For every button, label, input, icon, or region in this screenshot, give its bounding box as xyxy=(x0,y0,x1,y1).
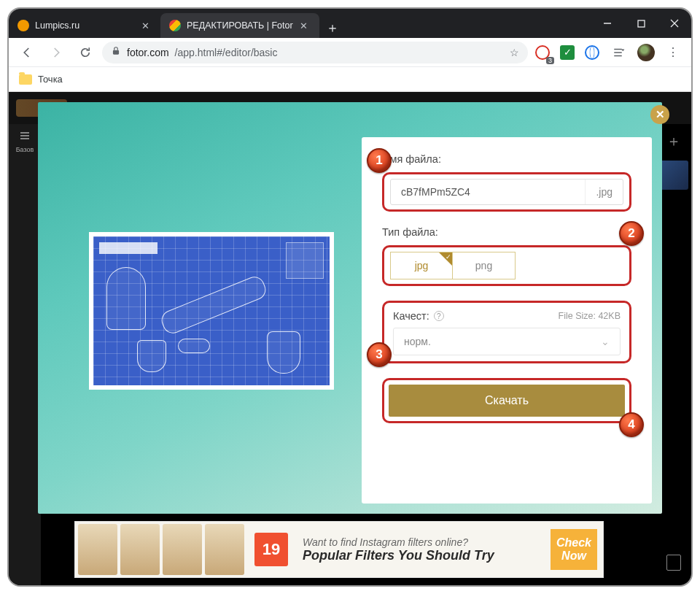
filename-input[interactable] xyxy=(391,180,585,204)
extension-adblock[interactable]: 3 xyxy=(532,42,553,63)
filename-ext: .jpg xyxy=(585,180,623,204)
menu-button[interactable]: ⋮ xyxy=(661,40,685,65)
callout-4: 4 xyxy=(619,412,644,437)
tab-label: РЕДАКТИРОВАТЬ | Fotor xyxy=(187,20,293,31)
sidebar-label: Базов xyxy=(16,146,34,153)
thumbnail[interactable] xyxy=(659,161,688,190)
extension-check[interactable]: ✓ xyxy=(557,42,578,63)
add-image-button[interactable]: ＋ xyxy=(666,133,682,149)
ad-thumb xyxy=(163,524,202,575)
ad-line2: Popular Filters You Should Try xyxy=(303,548,543,563)
window-controls xyxy=(591,9,691,38)
bookmark-item[interactable]: Точка xyxy=(38,74,63,85)
filesize-text: File Size: 42KB xyxy=(559,311,621,321)
quality-value: норм. xyxy=(404,336,431,347)
favicon-icon xyxy=(18,20,29,31)
callout-3: 3 xyxy=(367,342,392,367)
tab-fotor[interactable]: РЕДАКТИРОВАТЬ | Fotor ✕ xyxy=(160,13,319,38)
minimize-button[interactable] xyxy=(591,9,624,38)
ad-banner[interactable]: 19 Want to find Instagram filters online… xyxy=(74,521,604,578)
quality-group: Качест: ? File Size: 42KB норм. ⌄ 3 xyxy=(382,301,631,363)
export-preview xyxy=(89,232,334,390)
ad-line1: Want to find Instagram filters online? xyxy=(303,536,543,548)
quality-label: Качест: xyxy=(393,310,429,322)
profile-avatar[interactable] xyxy=(636,42,656,63)
filetype-group: jpg png 2 xyxy=(382,245,631,286)
reading-list-icon[interactable] xyxy=(607,40,631,65)
forward-button[interactable] xyxy=(44,40,69,65)
lock-icon xyxy=(111,46,121,58)
callout-2: 2 xyxy=(619,221,644,246)
address-bar-row: fotor.com/app.html#/editor/basic ☆ 3 ✓ ⋮ xyxy=(9,38,691,67)
export-modal: ✕ Имя файла: .jpg xyxy=(38,102,662,514)
blueprint-image xyxy=(93,236,330,385)
url-path: /app.html#/editor/basic xyxy=(175,47,278,58)
type-png-button[interactable]: png xyxy=(453,252,516,279)
close-icon[interactable]: ✕ xyxy=(299,20,309,31)
omnibox[interactable]: fotor.com/app.html#/editor/basic ☆ xyxy=(102,42,528,63)
back-button[interactable] xyxy=(15,40,39,65)
sliders-icon[interactable] xyxy=(18,130,32,142)
maximize-button[interactable] xyxy=(624,9,658,38)
quality-select[interactable]: норм. ⌄ xyxy=(393,328,621,355)
new-tab-button[interactable]: ＋ xyxy=(322,18,343,38)
close-icon[interactable]: ✕ xyxy=(140,20,150,31)
tab-lumpics[interactable]: Lumpics.ru ✕ xyxy=(9,13,160,38)
download-group: Скачать 4 xyxy=(382,378,631,423)
ad-number: 19 xyxy=(254,533,288,566)
url-host: fotor.com xyxy=(127,47,169,58)
svg-rect-1 xyxy=(638,20,645,27)
adblock-count: 3 xyxy=(546,57,554,64)
editor-sidebar: Базов xyxy=(9,124,41,585)
filetype-label: Тип файла: xyxy=(382,226,631,238)
svg-rect-4 xyxy=(113,50,119,55)
close-modal-button[interactable]: ✕ xyxy=(650,105,669,124)
favicon-icon xyxy=(169,20,181,31)
export-panel: Имя файла: .jpg 1 Тип файла: jpg xyxy=(362,137,652,504)
ad-thumb xyxy=(78,524,117,575)
ad-cta[interactable]: Check Now xyxy=(551,529,597,570)
filename-label: Имя файла: xyxy=(382,153,631,165)
extension-globe[interactable] xyxy=(582,42,602,63)
type-jpg-button[interactable]: jpg xyxy=(390,252,453,279)
filename-group: .jpg 1 xyxy=(382,172,631,212)
browser-titlebar: Lumpics.ru ✕ РЕДАКТИРОВАТЬ | Fotor ✕ ＋ xyxy=(9,9,691,38)
check-icon xyxy=(439,252,452,266)
close-window-button[interactable] xyxy=(658,9,691,38)
callout-1: 1 xyxy=(367,148,392,173)
download-button[interactable]: Скачать xyxy=(389,385,625,417)
folder-icon xyxy=(19,74,32,85)
ad-thumb xyxy=(120,524,160,575)
trash-icon[interactable] xyxy=(666,555,681,571)
bookmarks-bar: Точка xyxy=(9,67,691,92)
tab-label: Lumpics.ru xyxy=(35,20,134,31)
page-viewport: Базов ＋ 19 Want to find Instagram filter… xyxy=(9,92,691,585)
reload-button[interactable] xyxy=(73,40,98,65)
star-icon[interactable]: ☆ xyxy=(510,47,519,58)
help-icon[interactable]: ? xyxy=(434,311,444,321)
ad-thumb xyxy=(205,524,244,575)
chevron-down-icon: ⌄ xyxy=(601,336,610,347)
